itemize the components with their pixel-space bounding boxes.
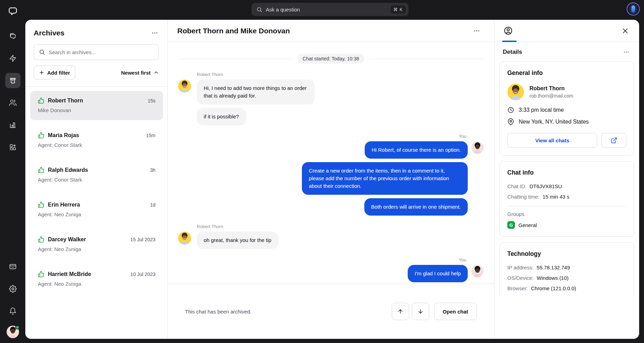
message-group-customer: Robert Thorn Hi, I need to add two more … <box>178 72 484 125</box>
chat-bubble: Both orders will arrive in one shipment. <box>364 198 468 216</box>
chat-subtitle: Agent: Neo Zuniga <box>38 211 155 217</box>
sort-toggle[interactable]: Newest first <box>121 70 159 76</box>
rail-item-team[interactable] <box>5 95 20 110</box>
close-details-button[interactable] <box>620 26 630 36</box>
rail-item-settings[interactable] <box>5 281 20 296</box>
profile-avatar[interactable] <box>7 326 19 338</box>
chat-time: 15 Jul 2023 <box>130 237 155 242</box>
chat-subtitle: Agent: Conor Stark <box>38 142 155 148</box>
chatting-time-label: Chatting time: <box>507 194 540 200</box>
archives-panel: Archives Search in archives... Add filte… <box>25 20 168 339</box>
customer-name: Robert Thorn <box>48 98 83 104</box>
add-filter-label: Add filter <box>47 70 70 76</box>
rail-item-apps[interactable] <box>5 140 20 155</box>
sender-label: You <box>178 257 466 262</box>
chat-subtitle: Agent: Conor Stark <box>38 177 155 183</box>
thumbs-up-icon <box>38 167 44 173</box>
local-time: 3:33 pm local time <box>519 107 564 113</box>
open-chat-button[interactable]: Open chat <box>434 303 477 320</box>
customer-name: Erin Herrera <box>48 202 80 208</box>
online-status-dot <box>15 325 19 329</box>
customer-name: Ralph Edwards <box>48 167 88 173</box>
rail-item-traffic[interactable] <box>5 51 20 66</box>
archive-list-item[interactable]: Maria Rojas 15m Agent: Conor Stark <box>30 126 163 155</box>
shortcut-badge: ⌘ K <box>391 6 406 14</box>
global-search-input[interactable]: Ask a question ⌘ K <box>252 3 408 16</box>
ai-assistant-button[interactable] <box>627 2 640 16</box>
archives-menu-button[interactable] <box>150 28 160 38</box>
browser-value: Chrome (121.0.0.0) <box>531 285 576 291</box>
bar-chart-icon <box>9 121 17 129</box>
sender-label: You <box>178 134 466 139</box>
chat-subtitle: Mike Donovan <box>38 107 155 113</box>
archives-search-input[interactable]: Search in archives... <box>34 44 159 60</box>
customer-name: Maria Rojas <box>48 132 79 139</box>
chat-messages: Chat started: Today, 10:38 Robert Thorn … <box>168 42 494 284</box>
chat-time: 15m <box>146 133 155 138</box>
chat-panel: Robert Thorn and Mike Donovan Chat start… <box>168 20 494 339</box>
previous-chat-button[interactable] <box>392 303 409 320</box>
more-dots-icon <box>473 27 480 34</box>
chat-title: Robert Thorn and Mike Donovan <box>177 27 290 35</box>
message-group-agent: You I'm glad I could help <box>178 257 484 282</box>
archive-list-item[interactable]: Harriett McBride 10 Jul 2023 Agent: Neo … <box>30 265 163 294</box>
main-container: Archives Search in archives... Add filte… <box>25 20 639 339</box>
chatting-time-value: 15 min 43 s <box>543 194 570 200</box>
person-circle-icon <box>503 26 513 35</box>
details-title: Details <box>503 49 522 56</box>
lightning-icon <box>9 55 17 62</box>
chat-started-label: Chat started: Today, 10:38 <box>297 54 364 64</box>
rail-item-notifications[interactable] <box>5 303 20 319</box>
global-search-placeholder: Ask a question <box>266 7 391 12</box>
details-menu-button[interactable] <box>622 48 631 57</box>
chat-time: 3h <box>150 167 155 173</box>
chat-bubble: Hi Robert, of course there is an option. <box>365 141 468 159</box>
ai-assistant-icon <box>632 6 635 12</box>
rail-item-archives[interactable] <box>5 73 20 88</box>
chat-menu-button[interactable] <box>472 26 482 36</box>
rail-nav <box>5 28 20 162</box>
chat-subtitle: Agent: Neo Zuniga <box>38 281 155 287</box>
chat-info-card: Chat info Chat ID: DT6JVX81SU Chatting t… <box>499 161 634 237</box>
livechat-logo-icon[interactable] <box>8 6 18 16</box>
archive-list-item[interactable]: Erin Herrera 1d Agent: Neo Zuniga <box>30 195 163 224</box>
group-name: General <box>518 222 537 228</box>
sender-label: Robert Thorn <box>197 72 484 77</box>
more-dots-icon <box>623 49 629 55</box>
plus-icon <box>39 70 44 75</box>
next-chat-button[interactable] <box>412 303 429 320</box>
archive-icon <box>9 77 17 84</box>
view-all-chats-button[interactable]: View all chats <box>507 133 597 148</box>
rail-item-billing[interactable] <box>5 259 20 274</box>
browser-label: Browser: <box>507 285 528 291</box>
technology-card: Technology IP address: 55.78.132.749 OS/… <box>499 242 634 296</box>
bell-icon <box>9 307 17 315</box>
customer-avatar <box>178 80 191 93</box>
archives-search-placeholder: Search in archives... <box>49 49 96 55</box>
search-icon <box>256 7 262 12</box>
ip-value: 55.78.132.749 <box>537 265 570 270</box>
archives-title: Archives <box>34 29 65 37</box>
customer-location: New York, NY, United States <box>519 119 589 125</box>
add-filter-button[interactable]: Add filter <box>34 66 75 80</box>
gear-icon <box>9 285 17 293</box>
apps-grid-icon <box>9 143 17 151</box>
archive-list-item[interactable]: Darcey Walker 15 Jul 2023 Agent: Neo Zun… <box>30 230 163 259</box>
customer-name: Harriett McBride <box>48 271 91 277</box>
thumbs-up-icon <box>38 271 44 277</box>
archive-list-item[interactable]: Ralph Edwards 3h Agent: Conor Stark <box>30 160 163 190</box>
sort-label: Newest first <box>121 70 151 76</box>
customer-name: Darcey Walker <box>48 236 86 243</box>
rail-bottom <box>5 259 20 343</box>
chat-info-heading: Chat info <box>507 169 626 176</box>
open-external-button[interactable] <box>601 133 626 148</box>
archive-list-item[interactable]: Robert Thorn 15s Mike Donovan <box>30 91 163 120</box>
rail-item-reports[interactable] <box>5 117 20 133</box>
archives-list: Robert Thorn 15s Mike Donovan Maria Roja… <box>25 87 167 339</box>
more-dots-icon <box>151 30 158 36</box>
tab-customer-details[interactable] <box>503 20 513 42</box>
chat-time: 10 Jul 2023 <box>130 271 155 277</box>
ip-label: IP address: <box>507 265 534 270</box>
rail-item-chats[interactable] <box>5 28 20 44</box>
general-info-heading: General info <box>507 69 626 77</box>
